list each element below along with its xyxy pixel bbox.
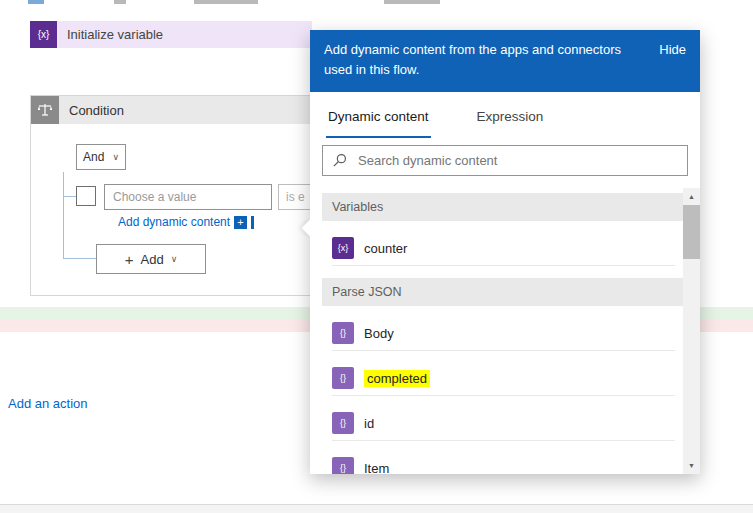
connector-line — [63, 258, 96, 259]
and-operator-select[interactable]: And ∨ — [76, 144, 126, 170]
list-item-label: counter — [364, 241, 407, 256]
chevron-down-icon: ∨ — [171, 254, 178, 264]
popup-tabs: Dynamic content Expression — [310, 92, 700, 138]
search-icon — [332, 153, 347, 168]
list-item-counter[interactable]: {x} counter — [332, 231, 675, 266]
operator-text: is e — [286, 190, 305, 204]
list-item-label: Item — [364, 461, 389, 475]
add-an-action-link[interactable]: Add an action — [8, 396, 88, 411]
and-operator-label: And — [83, 150, 104, 164]
json-braces-icon: {} — [332, 412, 354, 434]
hide-button[interactable]: Hide — [659, 42, 686, 57]
operator-select-partial[interactable]: is e — [278, 184, 313, 210]
list-item-label-highlighted: completed — [364, 370, 430, 387]
add-button-label: Add — [141, 252, 164, 267]
toolbar-fragment — [384, 0, 440, 4]
list-item-label: id — [364, 416, 374, 431]
connector-line — [63, 172, 64, 259]
condition-title: Condition — [69, 103, 124, 118]
tab-expression[interactable]: Expression — [475, 109, 546, 138]
condition-card: Condition And ∨ is e Add dynamic content… — [30, 95, 312, 296]
dynamic-content-list: Variables {x} counter Parse JSON {} Body… — [310, 188, 683, 474]
variable-icon: {x} — [332, 237, 354, 259]
choose-value-input[interactable] — [104, 184, 272, 210]
add-dynamic-plus-icon[interactable]: + — [234, 216, 247, 229]
scrollbar[interactable]: ▲ ▼ — [683, 188, 700, 474]
scroll-up-arrow[interactable]: ▲ — [683, 188, 700, 205]
toolbar-fragment — [114, 0, 126, 4]
condition-header[interactable]: Condition — [31, 96, 311, 124]
connector-line — [63, 196, 76, 197]
json-braces-icon: {} — [332, 322, 354, 344]
tab-dynamic-content[interactable]: Dynamic content — [326, 109, 431, 138]
chevron-down-icon: ∨ — [112, 152, 119, 162]
add-button[interactable]: + Add ∨ — [96, 244, 206, 274]
footer-strip — [0, 504, 753, 513]
json-braces-icon: {} — [332, 457, 354, 474]
section-header-variables: Variables — [322, 193, 683, 221]
section-header-parse-json: Parse JSON — [322, 278, 683, 306]
list-item-item[interactable]: {} Item — [332, 451, 675, 474]
initialize-variable-action[interactable]: {x} Initialize variable — [30, 21, 312, 48]
variable-icon: {x} — [30, 21, 57, 48]
plus-icon: + — [125, 251, 134, 268]
initialize-variable-label: Initialize variable — [67, 27, 163, 42]
add-dynamic-content-link[interactable]: Add dynamic content — [118, 215, 230, 229]
list-item-completed[interactable]: {} completed — [332, 361, 675, 396]
scroll-down-arrow[interactable]: ▼ — [683, 457, 700, 474]
list-item-label: Body — [364, 326, 394, 341]
popup-header-text: Add dynamic content from the apps and co… — [324, 40, 624, 80]
toolbar-fragment — [28, 0, 44, 4]
add-dynamic-content-row: Add dynamic content + — [118, 215, 254, 229]
json-braces-icon: {} — [332, 367, 354, 389]
list-item-id[interactable]: {} id — [332, 406, 675, 441]
search-input[interactable] — [356, 152, 678, 169]
toolbar-fragment — [194, 0, 258, 4]
dynamic-content-popup: Add dynamic content from the apps and co… — [310, 30, 700, 474]
search-box — [322, 145, 688, 176]
row-checkbox[interactable] — [76, 186, 96, 206]
scroll-thumb[interactable] — [683, 205, 700, 259]
text-caret — [251, 216, 254, 229]
list-item-body[interactable]: {} Body — [332, 316, 675, 351]
condition-scale-icon — [31, 96, 59, 124]
popup-header: Add dynamic content from the apps and co… — [310, 30, 700, 92]
